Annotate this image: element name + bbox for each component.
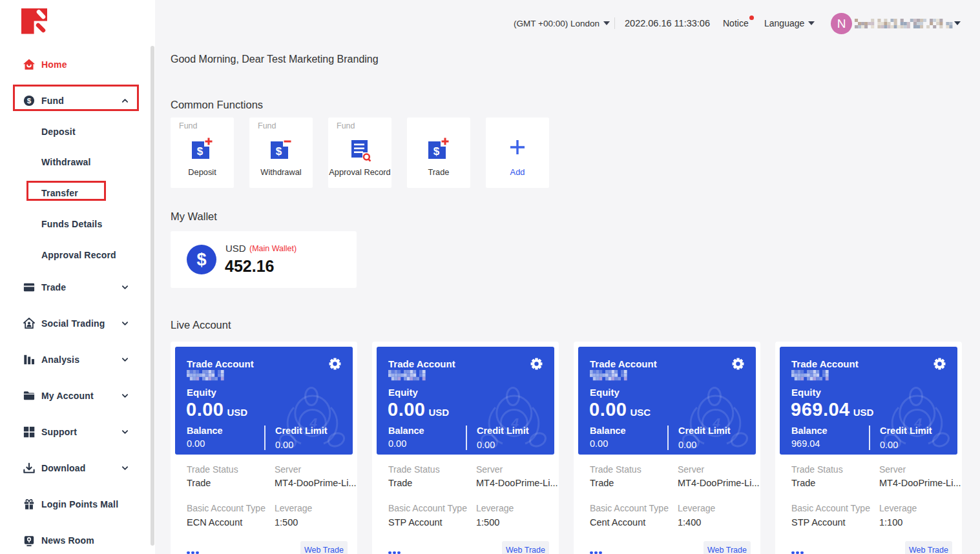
svg-text:$: $ [433, 145, 440, 158]
svg-text:$: $ [197, 145, 203, 158]
svg-text:$: $ [27, 96, 32, 105]
svg-text:$: $ [276, 145, 282, 158]
